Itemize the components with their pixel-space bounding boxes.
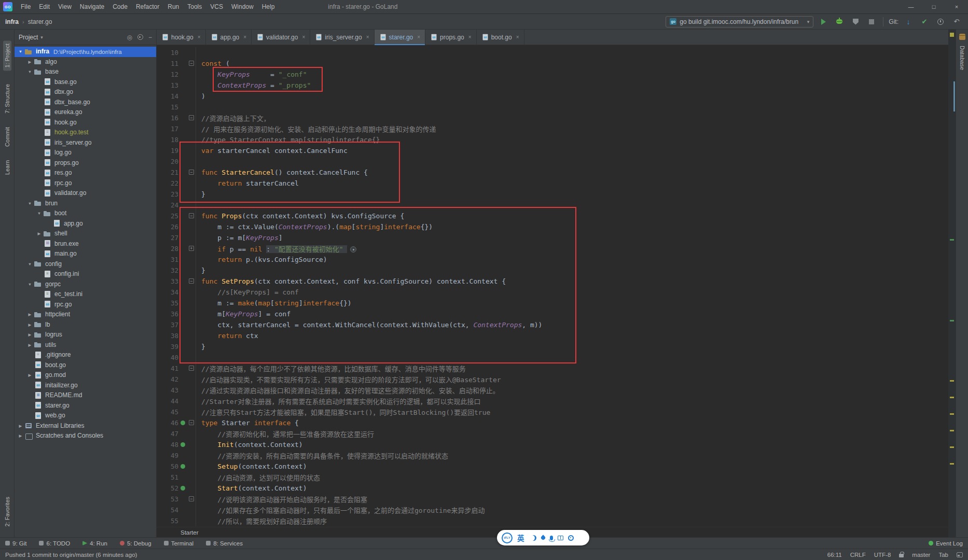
fold-minus-icon[interactable]: − — [189, 115, 194, 120]
tree-item-external-libraries[interactable]: ▶External Libraries — [15, 421, 156, 431]
implemented-marker-icon[interactable] — [181, 464, 185, 469]
breadcrumb-file[interactable]: starer.go — [28, 18, 52, 25]
tree-item-ec-test-ini[interactable]: ec_test.ini — [15, 289, 156, 300]
toolwindow-button-6-todo[interactable]: 6: TODO — [39, 540, 70, 547]
implemented-marker-icon[interactable] — [181, 421, 185, 425]
fold-minus-icon[interactable]: − — [189, 213, 194, 218]
project-view-selector[interactable]: Project — [19, 34, 38, 41]
maximize-button[interactable]: □ — [922, 0, 945, 13]
tree-item-go-mod[interactable]: ▶go.mod — [15, 370, 156, 381]
tree-item-infra[interactable]: ▼infraD:\iProject\hu.lyndon\infra — [15, 47, 156, 57]
ime-settings-icon[interactable] — [568, 535, 574, 541]
rollback-button[interactable]: ↶ — [950, 16, 963, 27]
fold-minus-icon[interactable]: − — [189, 420, 194, 425]
toolwindow-button-8-services[interactable]: 8: Services — [206, 540, 243, 547]
tree-item-readme-md[interactable]: README.md — [15, 390, 156, 401]
file-encoding[interactable]: UTF-8 — [874, 552, 891, 558]
implemented-marker-icon[interactable] — [181, 486, 185, 491]
tree-item-base-go[interactable]: base.go — [15, 77, 156, 88]
tree-item-dbx-go[interactable]: dbx.go — [15, 87, 156, 97]
tree-item-main-go[interactable]: main.go — [15, 249, 156, 259]
line-separator[interactable]: CRLF — [850, 552, 866, 558]
tree-item-props-go[interactable]: props.go — [15, 158, 156, 169]
tree-item-httpclient[interactable]: ▶httpclient — [15, 310, 156, 320]
tool-button-1-project[interactable]: 1: Project — [3, 40, 11, 71]
toolwindow-button-9-git[interactable]: 9: Git — [5, 540, 26, 547]
minimize-button[interactable]: — — [900, 0, 922, 13]
tree-item-algo[interactable]: ▶algo — [15, 57, 156, 67]
editor-tab-hook-go[interactable]: hook.go× — [157, 30, 206, 45]
tree-item-hook-go[interactable]: hook.go — [15, 118, 156, 128]
menu-window[interactable]: Window — [227, 0, 258, 13]
editor-tab-validator-go[interactable]: validator.go× — [252, 30, 310, 45]
tree-item-scratches-and-consoles[interactable]: ▶Scratches and Consoles — [15, 431, 156, 441]
tree-item-validator-go[interactable]: validator.go — [15, 188, 156, 199]
fold-plus-icon[interactable]: + — [189, 246, 194, 251]
tree-item-boot-go[interactable]: boot.go — [15, 360, 156, 371]
tree-item-lb[interactable]: ▶lb — [15, 320, 156, 330]
ime-language-toggle[interactable]: 英 — [517, 533, 524, 543]
editor-scrollbar-stripe[interactable] — [948, 30, 956, 537]
menu-navigate[interactable]: Navigate — [76, 0, 108, 13]
editor-tab-app-go[interactable]: app.go× — [206, 30, 252, 45]
toolwindow-button-4-run[interactable]: 4: Run — [82, 540, 107, 547]
tool-button-commit[interactable]: Commit — [4, 127, 10, 147]
fold-minus-icon[interactable]: − — [189, 278, 194, 284]
tab-close-icon[interactable]: × — [243, 34, 246, 40]
tree-item-logrus[interactable]: ▶logrus — [15, 330, 156, 340]
breadcrumb-scope[interactable]: Starter — [181, 529, 199, 536]
ifly-logo-icon[interactable]: iFLY — [502, 533, 513, 543]
inspections-widget-icon[interactable] — [950, 33, 954, 37]
fold-minus-icon[interactable]: − — [189, 496, 194, 501]
menu-help[interactable]: Help — [258, 0, 279, 13]
editor-tab-props-go[interactable]: props.go× — [425, 30, 477, 45]
tab-close-icon[interactable]: × — [468, 34, 472, 40]
tree-item-base[interactable]: ▼base — [15, 67, 156, 77]
commit-button[interactable]: ✔ — [918, 16, 931, 27]
tree-item-rpc-go[interactable]: rpc.go — [15, 178, 156, 189]
tree-item-dbx-base-go[interactable]: dbx_base.go — [15, 97, 156, 108]
fold-region-badge-icon[interactable] — [350, 246, 356, 253]
editor-tab-boot-go[interactable]: boot.go× — [477, 30, 524, 45]
tree-item-initailizer-go[interactable]: initailizer.go — [15, 381, 156, 391]
run-button[interactable] — [817, 16, 829, 27]
stop-button[interactable] — [865, 16, 878, 27]
tree-item-config-ini[interactable]: config.ini — [15, 269, 156, 279]
tree-item-gorpc[interactable]: ▼gorpc — [15, 279, 156, 290]
tree-item-iris-server-go[interactable]: iris_server.go — [15, 138, 156, 148]
tool-button-2-favorites[interactable]: 2: Favorites — [4, 497, 10, 526]
ime-night-mode-icon[interactable] — [529, 535, 535, 541]
fold-minus-icon[interactable]: − — [189, 61, 194, 66]
ime-skin-icon[interactable] — [540, 535, 546, 540]
menu-run[interactable]: Run — [163, 0, 183, 13]
tab-close-icon[interactable]: × — [366, 34, 369, 40]
tree-item-shell[interactable]: ▶shell — [15, 229, 156, 239]
run-configuration-select[interactable]: go go build git.imooc.com/hu.lyndon/infr… — [666, 16, 813, 27]
readonly-lock-icon[interactable] — [899, 554, 904, 557]
tree-item-res-go[interactable]: res.go — [15, 168, 156, 178]
settings-gear-icon[interactable] — [137, 34, 143, 40]
tree-item-starer-go[interactable]: starer.go — [15, 401, 156, 411]
menu-code[interactable]: Code — [108, 0, 132, 13]
menu-edit[interactable]: Edit — [35, 0, 54, 13]
implemented-marker-icon[interactable] — [181, 442, 185, 447]
tool-button-learn[interactable]: Learn — [4, 160, 10, 175]
toolwindow-button-5-debug[interactable]: 5: Debug — [120, 540, 151, 547]
editor[interactable]: 1011−const (12 KeyProps = "_conf"13 Cont… — [157, 45, 948, 527]
tree-item-brun[interactable]: ▼brun — [15, 199, 156, 209]
locate-file-button[interactable]: ◎ — [127, 34, 132, 41]
menu-tools[interactable]: Tools — [183, 0, 206, 13]
editor-tab-starer-go[interactable]: starer.go× — [375, 30, 426, 45]
tree-item-hook-go-test[interactable]: hook.go.test — [15, 128, 156, 138]
toolwindow-button-terminal[interactable]: Terminal — [164, 540, 193, 547]
toolwindow-button-event-log[interactable]: Event Log — [929, 540, 963, 547]
hide-panel-button[interactable]: − — [148, 34, 152, 41]
tree-item-rpc-go[interactable]: rpc.go — [15, 300, 156, 310]
tool-button-7-structure[interactable]: 7: Structure — [4, 84, 10, 114]
tab-close-icon[interactable]: × — [417, 34, 420, 40]
scrollbar-thumb[interactable] — [953, 81, 955, 111]
menu-view[interactable]: View — [54, 0, 76, 13]
tree-item-app-go[interactable]: app.go — [15, 219, 156, 229]
indent-style[interactable]: Tab — [938, 552, 948, 558]
tool-button-database[interactable]: Database — [959, 46, 965, 70]
